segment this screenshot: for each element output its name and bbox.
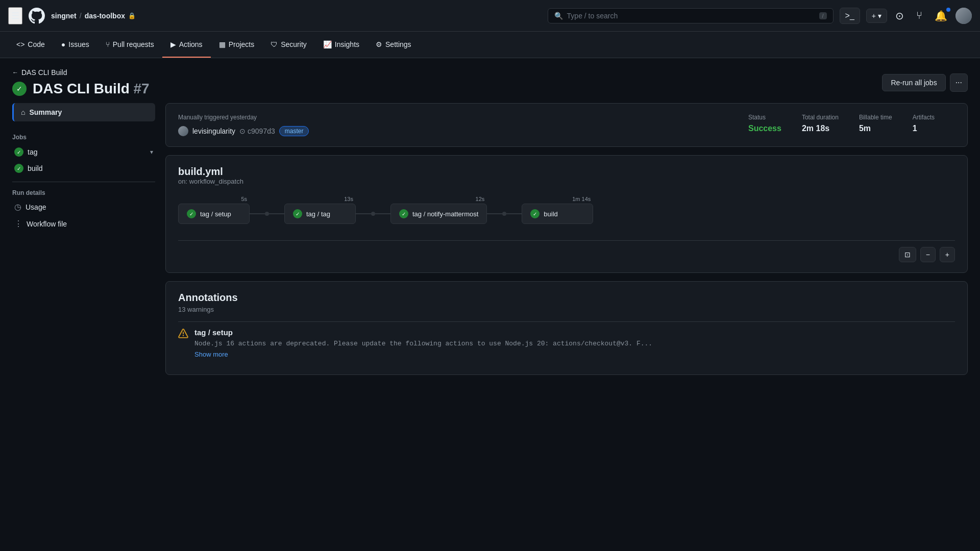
search-bar[interactable]: 🔍 Type / to search / bbox=[548, 8, 834, 23]
plus-icon: + bbox=[872, 12, 876, 20]
annotation-job-name: tag / setup bbox=[194, 328, 955, 337]
page-header-right: Re-run all jobs ··· bbox=[882, 73, 968, 92]
nav-insights[interactable]: 📈 Insights bbox=[315, 32, 368, 58]
sidebar-job-build-name: build bbox=[28, 164, 43, 172]
file-icon: ⋮ bbox=[14, 219, 22, 229]
back-link[interactable]: ← DAS CLI Build bbox=[12, 68, 150, 77]
top-navbar: ☰ singnet / das-toolbox 🔒 🔍 Type / to se… bbox=[0, 0, 980, 32]
rerun-all-jobs-button[interactable]: Re-run all jobs bbox=[882, 74, 945, 91]
artifacts-section: Artifacts 1 bbox=[913, 114, 955, 133]
create-button[interactable]: + ▾ bbox=[866, 9, 887, 23]
terminal-button[interactable]: >_ bbox=[840, 8, 860, 24]
repo-link[interactable]: das-toolbox bbox=[85, 12, 125, 20]
sidebar-divider bbox=[12, 182, 155, 182]
pull-requests-icon-button[interactable]: ⑂ bbox=[912, 8, 926, 23]
show-more-link[interactable]: Show more bbox=[194, 350, 955, 358]
nav-pull-requests[interactable]: ⑂ Pull requests bbox=[97, 32, 162, 58]
pipeline-line bbox=[375, 213, 390, 214]
code-icon: <> bbox=[16, 40, 24, 48]
page-header: ← DAS CLI Build ✓ DAS CLI Build #7 Re-ru… bbox=[0, 58, 980, 103]
annotation-item: tag / setup Node.js 16 actions are depre… bbox=[178, 321, 955, 364]
sidebar-usage-item[interactable]: ◷ Usage bbox=[12, 198, 155, 215]
nav-security[interactable]: 🛡 Security bbox=[262, 32, 315, 58]
pipeline-job-tag-setup[interactable]: 5s ✓ tag / setup bbox=[178, 204, 250, 224]
chevron-down-icon: ▾ bbox=[150, 148, 153, 156]
nav-projects[interactable]: ▦ Projects bbox=[211, 32, 263, 58]
status-trigger-section: Manually triggered yesterday levisingula… bbox=[178, 114, 748, 136]
annotations-title: Annotations bbox=[178, 292, 955, 304]
nav-settings-label: Settings bbox=[385, 40, 411, 48]
sidebar-jobs-section-label: Jobs bbox=[12, 130, 155, 144]
status-meta: levisingularity ⊙ c9097d3 master bbox=[178, 126, 728, 136]
run-status-icon: ✓ bbox=[12, 82, 27, 96]
clock-icon: ◷ bbox=[14, 202, 21, 212]
status-branch[interactable]: master bbox=[279, 126, 309, 136]
pipeline-job-tag-notify[interactable]: 12s ✓ tag / notify-mattermost bbox=[390, 204, 487, 224]
commit-icon: ⊙ bbox=[239, 127, 246, 135]
zoom-in-button[interactable]: + bbox=[940, 247, 955, 262]
chevron-down-icon: ▾ bbox=[878, 12, 881, 20]
back-label: DAS CLI Build bbox=[21, 68, 67, 77]
pipeline-node-build: 1m 14s ✓ build bbox=[522, 204, 593, 224]
sidebar-run-details-label: Run details bbox=[12, 187, 155, 198]
status-value: Success bbox=[748, 124, 781, 133]
settings-icon: ⚙ bbox=[376, 40, 382, 48]
job-tag-tag-time: 13s bbox=[344, 196, 353, 202]
issues-icon-button[interactable]: ⊙ bbox=[891, 8, 908, 24]
job-build-status-icon: ✓ bbox=[14, 164, 23, 173]
workflow-controls: ⊡ − + bbox=[178, 240, 955, 262]
pipeline-node-tag-notify: 12s ✓ tag / notify-mattermost bbox=[390, 204, 487, 224]
run-title: DAS CLI Build #7 bbox=[33, 81, 150, 97]
pipeline-line bbox=[356, 213, 371, 214]
nav-issues[interactable]: ● Issues bbox=[53, 32, 97, 58]
run-title-text: DAS CLI Build bbox=[33, 81, 130, 96]
status-trigger-label: Manually triggered yesterday bbox=[178, 114, 728, 121]
zoom-out-button[interactable]: − bbox=[920, 247, 936, 262]
actions-icon: ▶ bbox=[170, 40, 176, 48]
breadcrumb-sep: / bbox=[80, 12, 82, 20]
pipeline-line bbox=[487, 213, 502, 214]
nav-security-label: Security bbox=[281, 40, 307, 48]
page-header-left: ← DAS CLI Build ✓ DAS CLI Build #7 bbox=[12, 68, 150, 97]
artifacts-value: 1 bbox=[913, 124, 935, 133]
avatar[interactable] bbox=[955, 8, 972, 24]
github-logo[interactable] bbox=[29, 8, 45, 24]
pipeline-graph: 5s ✓ tag / setup 13s bbox=[178, 195, 955, 232]
main-content: Manually triggered yesterday levisingula… bbox=[165, 103, 968, 375]
job-build-time: 1m 14s bbox=[572, 196, 591, 202]
duration-value: 2m 18s bbox=[802, 124, 839, 133]
sidebar-summary[interactable]: ⌂ Summary bbox=[12, 103, 155, 121]
fit-to-screen-button[interactable]: ⊡ bbox=[899, 247, 916, 262]
annotation-content: tag / setup Node.js 16 actions are depre… bbox=[194, 328, 955, 358]
commit-hash[interactable]: c9097d3 bbox=[248, 127, 275, 135]
status-label: Status bbox=[748, 114, 781, 121]
nav-insights-label: Insights bbox=[335, 40, 359, 48]
sidebar-job-build[interactable]: ✓ build bbox=[12, 160, 155, 177]
issues-icon: ● bbox=[61, 40, 65, 48]
more-options-button[interactable]: ··· bbox=[950, 73, 968, 92]
status-user-avatar bbox=[178, 126, 188, 136]
notifications-button[interactable]: 🔔 bbox=[930, 8, 951, 24]
nav-pr-label: Pull requests bbox=[113, 40, 154, 48]
org-link[interactable]: singnet bbox=[51, 12, 77, 20]
billable-value: 5m bbox=[859, 124, 892, 133]
lock-icon: 🔒 bbox=[128, 12, 136, 19]
status-username[interactable]: levisingularity bbox=[192, 127, 235, 135]
hamburger-menu[interactable]: ☰ bbox=[8, 7, 22, 24]
duration-section: Total duration 2m 18s bbox=[802, 114, 859, 133]
sidebar-workflow-file-item[interactable]: ⋮ Workflow file bbox=[12, 215, 155, 232]
nav-code-label: Code bbox=[28, 40, 44, 48]
pipeline-job-build[interactable]: 1m 14s ✓ build bbox=[522, 204, 593, 224]
nav-code[interactable]: <> Code bbox=[8, 32, 53, 58]
sidebar-usage-label: Usage bbox=[26, 203, 46, 211]
artifacts-label: Artifacts bbox=[913, 114, 935, 121]
sidebar-job-tag[interactable]: ✓ tag ▾ bbox=[12, 144, 155, 160]
annotation-message: Node.js 16 actions are deprecated. Pleas… bbox=[194, 340, 955, 347]
search-placeholder: Type / to search bbox=[567, 12, 815, 20]
connector-3 bbox=[487, 212, 522, 216]
pipeline-job-tag-tag[interactable]: 13s ✓ tag / tag bbox=[284, 204, 356, 224]
nav-actions[interactable]: ▶ Actions bbox=[162, 32, 211, 58]
nav-settings[interactable]: ⚙ Settings bbox=[368, 32, 420, 58]
nav-actions-label: Actions bbox=[179, 40, 203, 48]
back-arrow-icon: ← bbox=[12, 69, 18, 76]
